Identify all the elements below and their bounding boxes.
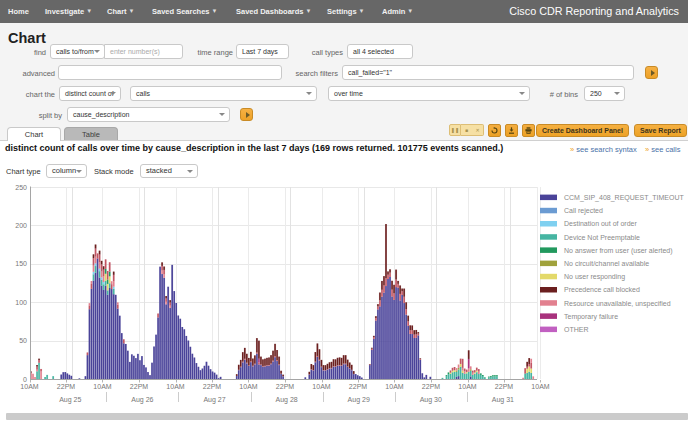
svg-text:10AM: 10AM [20, 383, 38, 390]
svg-text:Resource unavailable, unspecif: Resource unavailable, unspecified [564, 300, 671, 308]
svg-text:Call rejected: Call rejected [564, 207, 603, 215]
svg-text:150: 150 [15, 260, 27, 267]
svg-text:10AM: 10AM [239, 383, 257, 390]
svg-text:Aug 25: Aug 25 [59, 396, 81, 404]
svg-text:Destination out of order: Destination out of order [564, 220, 637, 227]
svg-text:22PM: 22PM [57, 383, 75, 390]
svg-text:Temporary failure: Temporary failure [564, 313, 618, 321]
svg-text:22PM: 22PM [422, 383, 440, 390]
svg-text:22PM: 22PM [203, 383, 221, 390]
svg-text:OTHER: OTHER [564, 326, 589, 333]
svg-text:22PM: 22PM [276, 383, 294, 390]
svg-text:No user responding: No user responding [564, 273, 625, 281]
svg-text:22PM: 22PM [495, 383, 513, 390]
svg-text:Precedence call blocked: Precedence call blocked [564, 286, 640, 293]
svg-text:10AM: 10AM [385, 383, 403, 390]
svg-text:No answer from user (user aler: No answer from user (user alerted) [564, 247, 673, 255]
svg-text:50: 50 [19, 337, 27, 344]
svg-text:CCM_SIP_408_REQUEST_TIMEOUT: CCM_SIP_408_REQUEST_TIMEOUT [564, 194, 685, 202]
svg-text:No circuit/channel available: No circuit/channel available [564, 260, 649, 267]
svg-text:10AM: 10AM [166, 383, 184, 390]
svg-text:100: 100 [15, 299, 27, 306]
svg-text:10AM: 10AM [531, 383, 549, 390]
svg-text:Aug 26: Aug 26 [131, 396, 153, 404]
svg-text:200: 200 [15, 222, 27, 229]
svg-text:0: 0 [23, 376, 27, 383]
svg-text:Aug 30: Aug 30 [420, 396, 442, 404]
svg-text:Aug 28: Aug 28 [276, 396, 298, 404]
svg-text:Aug 31: Aug 31 [492, 396, 514, 404]
svg-text:22PM: 22PM [349, 383, 367, 390]
svg-text:10AM: 10AM [458, 383, 476, 390]
svg-text:250: 250 [15, 184, 27, 191]
svg-text:10AM: 10AM [312, 383, 330, 390]
svg-text:10AM: 10AM [93, 383, 111, 390]
svg-text:Aug 27: Aug 27 [203, 396, 225, 404]
svg-text:22PM: 22PM [130, 383, 148, 390]
svg-text:Device Not Preemptable: Device Not Preemptable [564, 234, 640, 242]
svg-text:Aug 29: Aug 29 [348, 396, 370, 404]
